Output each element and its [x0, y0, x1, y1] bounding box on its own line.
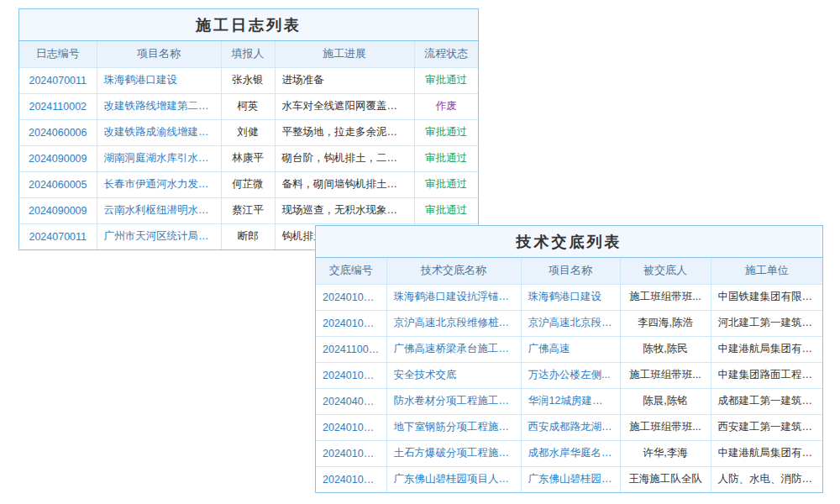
technical-disclosure-table-body: 2024010003珠海鹤港口建设抗浮锚杆...珠海鹤港口建设施工班组带班...…: [316, 284, 822, 492]
log-id-cell[interactable]: 2024070011: [19, 67, 97, 93]
reporter-cell: 张永银: [221, 67, 275, 93]
column-header-status: 流程状态: [414, 41, 478, 67]
progress-cell: 现场巡查，无积水现象，水...: [275, 197, 414, 223]
disclosure-id-cell[interactable]: 2024010004: [316, 310, 386, 336]
project-name-cell[interactable]: 云南水利枢纽潜明水库一...: [97, 197, 221, 223]
column-header-project-name: 项目名称: [521, 258, 620, 284]
technical-disclosure-table: 交底编号 技术交底名称 项目名称 被交底人 施工单位 2024010003珠海鹤…: [316, 258, 822, 492]
progress-cell: 备料，砌间墙钩机排土，瓦...: [275, 171, 414, 197]
project-name-cell[interactable]: 珠海鹤港口建设: [97, 67, 221, 93]
disclosure-id-cell[interactable]: 2024010002: [316, 414, 386, 440]
construction-log-table: 日志编号 项目名称 填报人 施工进展 流程状态 2024070011珠海鹤港口建…: [19, 41, 478, 249]
receiver-cell: 施工班组带班...: [620, 414, 711, 440]
reporter-cell: 林康平: [221, 145, 275, 171]
disclosure-name-cell[interactable]: 广东佛山碧桂园项目人防...: [386, 466, 521, 492]
project-name-cell[interactable]: 长春市伊通河水力发电厂...: [97, 171, 221, 197]
table-row: 2024070011珠海鹤港口建设张永银进场准备审批通过: [19, 67, 478, 93]
column-header-receiver: 被交底人: [620, 258, 711, 284]
technical-disclosure-panel: 技术交底列表 交底编号 技术交底名称 项目名称 被交底人 施工单位 202401…: [315, 225, 823, 493]
receiver-cell: 许华,李海: [620, 440, 711, 466]
project-name-cell[interactable]: 华润12城房建工程...: [521, 388, 620, 414]
table-row: 2024040001防水卷材分项工程施工技...华润12城房建工程...陈晨,陈…: [316, 388, 822, 414]
disclosure-name-cell[interactable]: 广佛高速桥梁承台施工技...: [386, 336, 521, 362]
construction-log-title: 施工日志列表: [19, 9, 478, 41]
table-row: 2024010003珠海鹤港口建设抗浮锚杆...珠海鹤港口建设施工班组带班...…: [316, 284, 822, 310]
receiver-cell: 王海施工队全队: [620, 466, 711, 492]
log-id-cell[interactable]: 2024070011: [19, 223, 97, 249]
column-header-project-name: 项目名称: [97, 41, 221, 67]
log-id-cell[interactable]: 2024110002: [19, 93, 97, 119]
project-name-cell[interactable]: 改建铁路成渝线增建第二...: [97, 119, 221, 145]
column-header-log-id: 日志编号: [19, 41, 97, 67]
project-name-cell[interactable]: 西安成都路龙湖上...: [521, 414, 620, 440]
reporter-cell: 何芷微: [221, 171, 275, 197]
progress-cell: 进场准备: [275, 67, 414, 93]
disclosure-name-cell[interactable]: 防水卷材分项工程施工技...: [386, 388, 521, 414]
table-row: 2024010002地下室钢筋分项工程施工...西安成都路龙湖上...施工班组带…: [316, 414, 822, 440]
disclosure-id-cell[interactable]: 2024010003: [316, 284, 386, 310]
progress-cell: 水车对全线遮阳网覆盖点进...: [275, 93, 414, 119]
disclosure-id-cell[interactable]: 2024110001: [316, 336, 386, 362]
disclosure-id-cell[interactable]: 2024010003: [316, 362, 386, 388]
disclosure-name-cell[interactable]: 土石方爆破分项工程施工...: [386, 440, 521, 466]
column-header-disclosure-name: 技术交底名称: [386, 258, 521, 284]
status-cell: 审批通过: [414, 145, 478, 171]
table-row: 2024110001广佛高速桥梁承台施工技...广佛高速陈牧,陈民中建港航局集团…: [316, 336, 822, 362]
table-header-row: 日志编号 项目名称 填报人 施工进展 流程状态: [19, 41, 478, 67]
project-name-cell[interactable]: 广东佛山碧桂园项目: [521, 466, 620, 492]
column-header-progress: 施工进展: [275, 41, 414, 67]
disclosure-id-cell[interactable]: 2024040001: [316, 388, 386, 414]
construction-unit-cell: 中国铁建集团有限公司: [711, 284, 822, 310]
table-row: 2024110002改建铁路线增建第二线直...柯英水车对全线遮阳网覆盖点进..…: [19, 93, 478, 119]
progress-cell: 平整场地，拉走多余泥土15...: [275, 119, 414, 145]
disclosure-id-cell[interactable]: 2024010002: [316, 440, 386, 466]
log-id-cell[interactable]: 2024090009: [19, 197, 97, 223]
table-row: 2024010004京沪高速北京段维修桩辅...京沪高速北京段维修李四海,陈浩河…: [316, 310, 822, 336]
project-name-cell[interactable]: 广州市天河区统计局机房...: [97, 223, 221, 249]
receiver-cell: 陈牧,陈民: [620, 336, 711, 362]
project-name-cell[interactable]: 湖南洞庭湖水库引水工程...: [97, 145, 221, 171]
status-cell: 审批通过: [414, 67, 478, 93]
construction-unit-cell: 成都建工第一建筑有...: [711, 388, 822, 414]
receiver-cell: 施工班组带班...: [620, 362, 711, 388]
disclosure-id-cell[interactable]: 2024010001: [316, 466, 386, 492]
project-name-cell[interactable]: 珠海鹤港口建设: [521, 284, 620, 310]
project-name-cell[interactable]: 成都水岸华庭名苑...: [521, 440, 620, 466]
construction-unit-cell: 河北建工第一建筑有...: [711, 310, 822, 336]
log-id-cell[interactable]: 2024060005: [19, 171, 97, 197]
table-row: 2024010001广东佛山碧桂园项目人防...广东佛山碧桂园项目王海施工队全队…: [316, 466, 822, 492]
disclosure-name-cell[interactable]: 安全技术交底: [386, 362, 521, 388]
receiver-cell: 施工班组带班...: [620, 284, 711, 310]
reporter-cell: 蔡江平: [221, 197, 275, 223]
construction-log-table-body: 2024070011珠海鹤港口建设张永银进场准备审批通过2024110002改建…: [19, 67, 478, 249]
table-row: 2024090009云南水利枢纽潜明水库一...蔡江平现场巡查，无积水现象，水.…: [19, 197, 478, 223]
reporter-cell: 刘健: [221, 119, 275, 145]
reporter-cell: 断郎: [221, 223, 275, 249]
construction-unit-cell: 中建港航局集团有限...: [711, 336, 822, 362]
progress-cell: 砌台阶，钩机排土，二包砌...: [275, 145, 414, 171]
log-id-cell[interactable]: 2024090009: [19, 145, 97, 171]
table-row: 2024090009湖南洞庭湖水库引水工程...林康平砌台阶，钩机排土，二包砌.…: [19, 145, 478, 171]
table-row: 2024010002土石方爆破分项工程施工...成都水岸华庭名苑...许华,李海…: [316, 440, 822, 466]
technical-disclosure-title: 技术交底列表: [316, 226, 822, 258]
disclosure-name-cell[interactable]: 地下室钢筋分项工程施工...: [386, 414, 521, 440]
receiver-cell: 陈晨,陈铭: [620, 388, 711, 414]
column-header-construction-unit: 施工单位: [711, 258, 822, 284]
log-id-cell[interactable]: 2024060006: [19, 119, 97, 145]
table-row: 2024060005长春市伊通河水力发电厂...何芷微备料，砌间墙钩机排土，瓦.…: [19, 171, 478, 197]
column-header-reporter: 填报人: [221, 41, 275, 67]
construction-unit-cell: 中建港航局集团有限...: [711, 440, 822, 466]
table-row: 2024010003安全技术交底万达办公楼左侧...施工班组带班...中建集团路…: [316, 362, 822, 388]
project-name-cell[interactable]: 改建铁路线增建第二线直...: [97, 93, 221, 119]
status-cell: 审批通过: [414, 119, 478, 145]
project-name-cell[interactable]: 广佛高速: [521, 336, 620, 362]
disclosure-name-cell[interactable]: 珠海鹤港口建设抗浮锚杆...: [386, 284, 521, 310]
project-name-cell[interactable]: 京沪高速北京段维修: [521, 310, 620, 336]
status-cell: 作废: [414, 93, 478, 119]
column-header-disclosure-id: 交底编号: [316, 258, 386, 284]
disclosure-name-cell[interactable]: 京沪高速北京段维修桩辅...: [386, 310, 521, 336]
project-name-cell[interactable]: 万达办公楼左侧...: [521, 362, 620, 388]
construction-log-panel: 施工日志列表 日志编号 项目名称 填报人 施工进展 流程状态 202407001…: [18, 8, 479, 250]
receiver-cell: 李四海,陈浩: [620, 310, 711, 336]
status-cell: 审批通过: [414, 171, 478, 197]
